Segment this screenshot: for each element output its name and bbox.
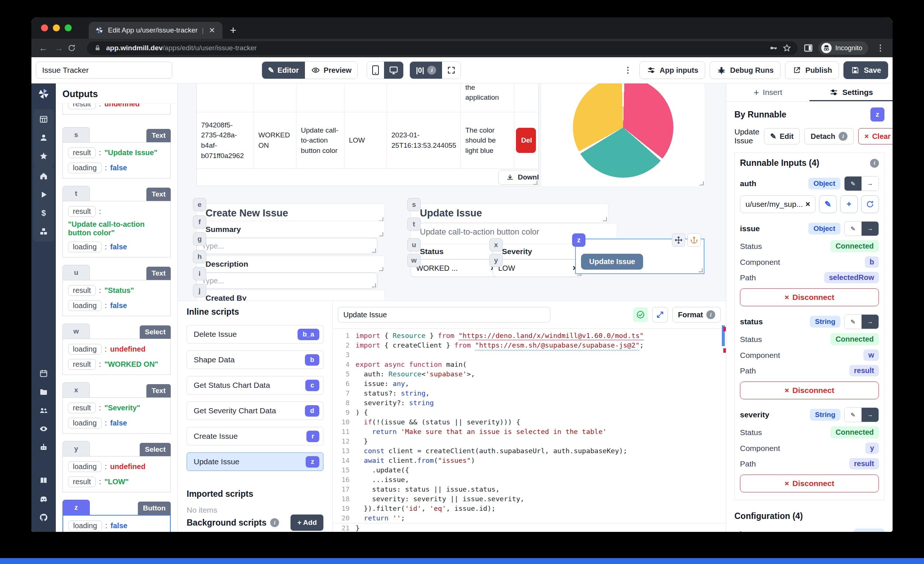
clear-icon[interactable]: × (806, 199, 810, 209)
calendar-icon[interactable] (39, 369, 48, 378)
static-mode-button[interactable]: ✎ (844, 177, 861, 191)
script-item-r[interactable]: Create Issuer (187, 427, 323, 446)
code-line[interactable]: 2import { createClient } from "https://e… (333, 341, 726, 350)
auth-resource-input[interactable]: u/user/my_sup...× (740, 195, 816, 213)
editor-overview-ruler[interactable] (721, 322, 726, 532)
code-line[interactable]: 21} (333, 523, 726, 532)
app-canvas[interactable]: 5fd0f7d5c3c2componentsearching in the ap… (178, 84, 726, 301)
move-handle-icon[interactable] (672, 233, 685, 247)
mobile-view-button[interactable] (367, 62, 384, 79)
user-icon[interactable] (39, 133, 48, 142)
zero-padding-button[interactable]: |0|i (410, 62, 442, 79)
forward-icon[interactable]: → (52, 43, 65, 53)
edit-resource-button[interactable]: ✎ (819, 195, 837, 213)
code-line[interactable]: 13 const client = createClient(auth.supa… (333, 446, 726, 456)
script-item-c[interactable]: Get Status Chart Datac (187, 376, 323, 395)
robot-icon[interactable] (39, 443, 48, 452)
code-line[interactable]: 5 auth: Resource<'supabase'>, (333, 370, 726, 379)
script-item-d[interactable]: Get Severity Chart Datad (187, 401, 323, 420)
script-item-b_a[interactable]: Delete Issueb_a (187, 325, 323, 344)
output-card-u[interactable]: uTextresult:"Status"loading:false (63, 265, 171, 316)
bookmark-star-icon[interactable] (782, 43, 792, 53)
severity-select[interactable]: y LOW× (493, 259, 583, 277)
inline-scripts-list[interactable]: Delete Issueb_aShape DatabGet Status Cha… (187, 325, 323, 478)
side-panel-icon[interactable] (804, 43, 813, 53)
code-line[interactable]: 11 return 'Make sure that an issue is se… (333, 427, 726, 437)
password-key-icon[interactable] (769, 43, 778, 53)
output-card-w[interactable]: wSelectloading:undefinedresult:"WORKED O… (63, 323, 171, 375)
windmill-logo-icon[interactable] (38, 88, 50, 100)
code-line[interactable]: 18 severity: severity || issue.severity, (333, 494, 726, 504)
static-mode-button[interactable]: ✎ (844, 315, 861, 329)
description-label[interactable]: h Description (196, 256, 385, 272)
reload-icon[interactable] (68, 44, 81, 52)
back-icon[interactable]: ← (37, 43, 50, 53)
connect-mode-button[interactable]: → (861, 177, 879, 191)
folder-icon[interactable] (39, 387, 48, 397)
table-row[interactable]: 5fd0f7d5c3c2componentsearching in the ap… (196, 84, 538, 112)
new-tab-button[interactable]: + (230, 24, 237, 37)
more-options-icon[interactable]: ⋮ (621, 65, 635, 75)
download-button[interactable]: Downl (498, 170, 539, 185)
github-icon[interactable] (39, 513, 48, 522)
code-line[interactable]: 12 } (333, 437, 726, 446)
address-bar[interactable]: app.windmill.dev/apps/edit/u/user/issue-… (87, 41, 798, 55)
code-line[interactable]: 16 ...issue, (333, 475, 726, 485)
zoom-window-button[interactable] (64, 24, 72, 31)
code-line[interactable]: 7 status?: string, (333, 389, 726, 398)
play-icon[interactable] (39, 190, 48, 199)
code-line[interactable]: 8 severity?: string (333, 398, 726, 408)
dollar-icon[interactable]: $ (39, 208, 48, 218)
description-input[interactable]: i Type... (196, 272, 377, 289)
format-button[interactable]: Formati (672, 307, 721, 322)
disconnect-button[interactable]: ×Disconnect (740, 474, 879, 492)
code-line[interactable]: 4export async function main( (333, 360, 726, 370)
fullscreen-button[interactable] (442, 62, 460, 79)
code-line[interactable]: 15 .update({ (333, 465, 726, 475)
add-background-script-button[interactable]: + Add (291, 515, 323, 531)
desktop-view-button[interactable] (384, 62, 403, 79)
book-icon[interactable] (39, 476, 48, 485)
edit-runnable-button[interactable]: ✎Edit (764, 128, 800, 144)
summary-input[interactable]: g Type... (196, 238, 377, 254)
script-item-z[interactable]: Update Issuez (187, 452, 323, 471)
traffic-lights[interactable] (41, 24, 72, 31)
detach-button[interactable]: Detachi (804, 128, 854, 144)
table-row[interactable]: 794208f5-2735-428a-b4af-b071ff0a2962WORK… (196, 112, 538, 169)
code-line[interactable]: 1import { Resource } from "https://deno.… (333, 331, 726, 341)
minimize-window-button[interactable] (53, 24, 60, 31)
output-card-x[interactable]: xTextresult:"Severity"loading:false (63, 382, 171, 434)
created-by-label[interactable]: j Created By (196, 290, 385, 301)
update-issue-button-component[interactable]: z Update Issue (575, 239, 705, 274)
create-issue-heading[interactable]: e Create New Issue (196, 203, 385, 223)
browser-tab[interactable]: Edit App u/user/issue-tracker | ✕ (89, 22, 222, 39)
tab-insert[interactable]: +Insert (726, 84, 809, 101)
app-name-input[interactable]: Issue Tracker (36, 62, 172, 79)
groups-icon[interactable] (39, 405, 48, 415)
home-icon[interactable] (39, 171, 48, 181)
editor-mode-button[interactable]: ✎Editor (262, 62, 305, 79)
eye-icon[interactable] (39, 424, 48, 434)
code-line[interactable]: 19 }).filter('id', 'eq', issue.id); (333, 504, 726, 513)
code-line[interactable]: 3 (333, 350, 726, 360)
connect-mode-button[interactable]: → (861, 408, 879, 422)
refresh-resource-button[interactable] (861, 195, 879, 213)
static-mode-button[interactable]: ✎ (844, 408, 861, 422)
code-line[interactable]: 20 return ''; (333, 513, 726, 523)
code-area[interactable]: 1import { Resource } from "https://deno.… (333, 329, 726, 532)
code-line[interactable]: 6 issue: any, (333, 379, 726, 389)
collapse-arrow-icon[interactable]: → (39, 527, 48, 532)
status-pie-chart[interactable] (541, 84, 705, 187)
summary-label[interactable]: f Summary (196, 221, 385, 238)
browser-menu-icon[interactable]: ⋮ (873, 43, 887, 53)
app-grid-icon[interactable] (39, 115, 48, 124)
preview-mode-button[interactable]: Preview (305, 62, 358, 79)
disconnect-button[interactable]: ×Disconnect (740, 289, 879, 306)
discord-icon[interactable] (39, 494, 48, 504)
output-card-z[interactable]: zButtonloading:falseresult:undefined (63, 500, 171, 532)
output-card-y[interactable]: ySelectloading:undefinedresult:"LOW" (63, 441, 171, 492)
save-button[interactable]: Save (843, 61, 888, 79)
tab-close-icon[interactable]: ✕ (207, 26, 217, 35)
update-issue-heading[interactable]: s Update Issue (411, 203, 608, 223)
expand-editor-button[interactable] (652, 307, 668, 322)
